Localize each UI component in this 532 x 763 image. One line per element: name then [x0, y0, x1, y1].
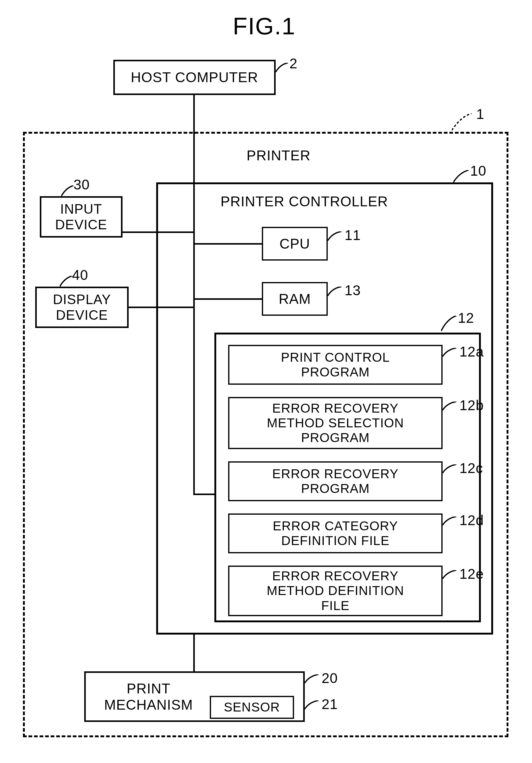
ref-21: 21	[321, 696, 338, 712]
ref-12c: 12c	[459, 460, 483, 477]
item-12e-label: ERROR RECOVERY METHOD DEFINITION FILE	[267, 569, 404, 613]
ref-12d: 12d	[459, 512, 484, 528]
lead-12	[441, 316, 459, 333]
conn-memory	[195, 493, 215, 495]
sensor-box: SENSOR	[210, 696, 294, 719]
ref-1: 1	[476, 106, 485, 122]
lead-21	[305, 701, 323, 713]
item-12b-label: ERROR RECOVERY METHOD SELECTION PROGRAM	[267, 401, 404, 445]
lead-20	[305, 674, 323, 687]
lead-1	[452, 113, 476, 132]
printer-controller-label: PRINTER CONTROLLER	[221, 193, 388, 210]
lead-10	[453, 170, 472, 184]
item-12a: PRINT CONTROL PROGRAM	[228, 345, 443, 385]
item-12c: ERROR RECOVERY PROGRAM	[228, 461, 443, 501]
item-12b: ERROR RECOVERY METHOD SELECTION PROGRAM	[228, 397, 443, 449]
cpu-label: CPU	[279, 236, 310, 252]
bus-vertical	[193, 233, 195, 495]
ram-label: RAM	[279, 291, 311, 307]
conn-cpu	[195, 243, 262, 245]
conn-controller-mechanism	[193, 634, 195, 671]
figure-title: FIG.1	[233, 12, 296, 40]
conn-ram	[195, 298, 262, 300]
ref-2: 2	[290, 55, 298, 72]
ref-12b: 12b	[459, 397, 484, 413]
cpu-box: CPU	[262, 227, 328, 261]
ref-12e: 12e	[459, 566, 484, 582]
host-computer-label: HOST COMPUTER	[131, 69, 258, 85]
lead-12b	[443, 401, 461, 414]
item-12d: ERROR CATEGORY DEFINITION FILE	[228, 513, 443, 553]
printer-label: PRINTER	[246, 147, 310, 164]
lead-40	[60, 276, 75, 288]
display-device-label: DISPLAY DEVICE	[53, 292, 111, 323]
diagram-canvas: FIG.1 HOST COMPUTER 2 1 PRINTER INPUT DE…	[0, 0, 532, 763]
host-computer-box: HOST COMPUTER	[113, 60, 276, 95]
item-12d-label: ERROR CATEGORY DEFINITION FILE	[273, 519, 398, 548]
display-device-box: DISPLAY DEVICE	[35, 286, 129, 328]
ref-13: 13	[345, 282, 361, 298]
item-12c-label: ERROR RECOVERY PROGRAM	[272, 467, 399, 496]
print-mechanism-box: PRINT MECHANISM SENSOR	[84, 671, 305, 722]
ram-box: RAM	[262, 282, 328, 316]
ref-10: 10	[470, 163, 487, 179]
item-12a-label: PRINT CONTROL PROGRAM	[281, 350, 390, 380]
lead-30	[61, 185, 77, 198]
ref-11: 11	[345, 227, 361, 243]
lead-11	[328, 231, 345, 244]
ref-12: 12	[458, 310, 474, 326]
lead-13	[328, 286, 345, 299]
input-device-label: INPUT DEVICE	[55, 201, 107, 232]
lead-12e	[443, 570, 461, 583]
lead-12d	[443, 516, 461, 529]
item-12e: ERROR RECOVERY METHOD DEFINITION FILE	[228, 566, 443, 616]
lead-12a	[443, 348, 461, 360]
sensor-label: SENSOR	[224, 700, 280, 714]
ref-12a: 12a	[459, 343, 484, 360]
ref-20: 20	[321, 670, 338, 686]
print-mechanism-label: PRINT MECHANISM	[104, 681, 193, 713]
lead-12c	[443, 465, 461, 477]
input-device-box: INPUT DEVICE	[40, 196, 123, 238]
